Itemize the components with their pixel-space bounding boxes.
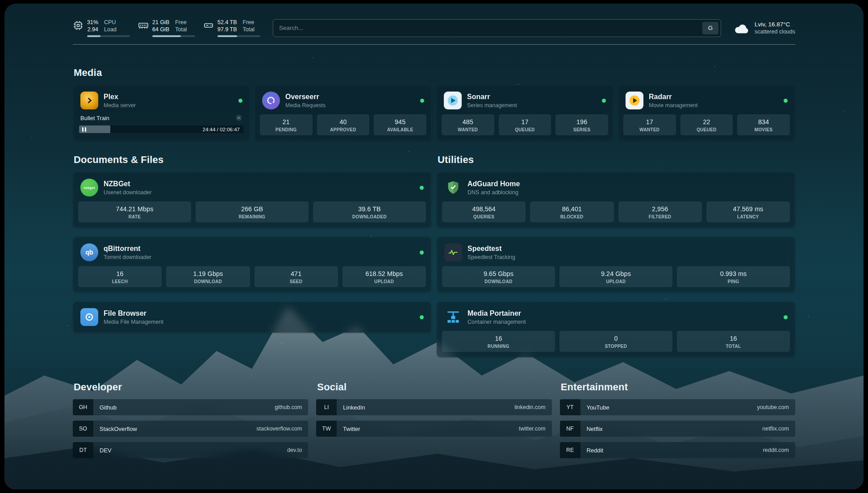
stat-wanted: 485 WANTED — [442, 114, 494, 135]
bookmark-twitter[interactable]: TW Twitter twitter.com — [316, 421, 551, 437]
settings-gear-icon[interactable] — [235, 114, 242, 121]
bookmark-icon: LI — [316, 399, 337, 415]
nzbget-icon: nzbget — [80, 179, 98, 196]
bookmark-netflix[interactable]: NF Netflix netflix.com — [560, 421, 795, 437]
adguard-icon — [444, 179, 462, 196]
filebrowser-card[interactable]: File Browser Media File Management — [73, 301, 431, 333]
search-input[interactable] — [273, 25, 702, 31]
status-dot — [602, 99, 606, 103]
service-subtitle: Series management — [467, 102, 517, 109]
bookmark-icon: YT — [560, 399, 580, 415]
status-dot — [420, 99, 424, 103]
status-dot — [238, 99, 242, 103]
status-dot — [784, 315, 788, 319]
service-name: Plex — [104, 92, 136, 101]
service-subtitle: Torrent downloader — [104, 254, 151, 261]
bookmark-github[interactable]: GH Github github.com — [73, 399, 308, 415]
playback-time: 24:44 / 02:06:47 — [203, 127, 244, 132]
stat-upload: 618.52 Mbps UPLOAD — [342, 266, 426, 287]
stat-queued: 22 QUEUED — [680, 114, 733, 135]
section-title-social: Social — [317, 381, 551, 393]
bookmark-icon: RE — [560, 442, 580, 458]
bookmark-dev[interactable]: DT DEV dev.to — [73, 442, 308, 458]
cpu-usage-bar — [87, 35, 130, 37]
service-subtitle: Movie management — [649, 102, 698, 109]
service-subtitle: Media Requests — [285, 102, 326, 109]
cpu-usage-value: 31% — [87, 19, 98, 26]
stat-downloaded: 39.6 TB DOWNLOADED — [313, 201, 426, 222]
service-name: AdGuard Home — [467, 180, 520, 188]
stat-upload: 9.24 Gbps UPLOAD — [559, 266, 672, 287]
stat-movies: 834 MOVIES — [737, 114, 790, 135]
section-title-utilities: Utilities — [438, 154, 795, 166]
adguard-card[interactable]: AdGuard Home DNS and adblocking 498,564 … — [437, 172, 795, 228]
dashboard-content: 31% 2.94 CPU Load — [73, 4, 795, 458]
section-documents: Documents & Files nzbget NZBGet Usenet d… — [73, 154, 431, 357]
pause-button[interactable] — [82, 127, 86, 132]
service-name: Radarr — [649, 92, 698, 101]
status-dot — [420, 251, 424, 255]
bookmark-reddit[interactable]: RE Reddit reddit.com — [560, 442, 795, 458]
stat-download: 1.19 Gbps DOWNLOAD — [166, 266, 250, 287]
sonarr-card[interactable]: Sonarr Series management 485 WANTED 17 Q… — [436, 85, 613, 141]
service-name: Speedtest — [467, 244, 515, 253]
search-bar: G — [273, 19, 721, 37]
bookmark-linkedin[interactable]: LI LinkedIn linkedin.com — [316, 399, 551, 415]
service-name: Overseerr — [285, 92, 326, 101]
service-name: NZBGet — [104, 180, 152, 188]
nzbget-card[interactable]: nzbget NZBGet Usenet downloader 744.21 M… — [73, 172, 431, 228]
speedtest-icon — [444, 243, 462, 261]
qbittorrent-icon: qb — [80, 243, 98, 261]
bookmark-youtube[interactable]: YT YouTube youtube.com — [560, 399, 795, 415]
cpu-load-value: 2.94 — [88, 26, 98, 33]
cpu-load-label: Load — [104, 26, 117, 33]
section-media: Media Plex Media server — [73, 67, 795, 141]
stat-queries: 498,564 QUERIES — [442, 201, 526, 222]
service-name: Media Portainer — [467, 309, 526, 318]
system-widgets: 31% 2.94 CPU Load — [73, 19, 260, 37]
disk-widget: 52.4 TB 97.9 TB Free Total — [203, 19, 260, 37]
section-developer: Developer GH Github github.com SO StackO… — [73, 381, 308, 458]
memory-usage-bar — [152, 35, 195, 37]
memory-free-value: 21 GiB — [152, 19, 169, 26]
service-name: qBittorrent — [104, 244, 151, 253]
portainer-card[interactable]: Media Portainer Container management 16 … — [437, 301, 795, 357]
service-subtitle: Container management — [467, 318, 526, 326]
header-divider — [73, 44, 795, 45]
status-dot — [784, 99, 788, 103]
overseerr-card[interactable]: Overseerr Media Requests 21 PENDING 40 A… — [255, 85, 432, 141]
radarr-card[interactable]: Radarr Movie management 17 WANTED 22 QUE… — [618, 85, 795, 141]
stat-blocked: 86,401 BLOCKED — [530, 201, 613, 222]
cpu-usage-label: CPU — [104, 19, 116, 26]
dashboard-window: 31% 2.94 CPU Load — [4, 4, 864, 489]
bookmark-stackoverflow[interactable]: SO StackOverflow stackoverflow.com — [73, 421, 308, 437]
stat-seed: 471 SEED — [255, 266, 338, 287]
snow-speckles — [4, 4, 5, 4]
plex-icon — [80, 92, 98, 109]
plex-card[interactable]: Plex Media server Bullet Train — [73, 85, 250, 141]
cpu-widget: 31% 2.94 CPU Load — [73, 19, 130, 37]
sonarr-icon — [444, 92, 462, 109]
qbittorrent-card[interactable]: qb qBittorrent Torrent downloader 16 — [73, 237, 431, 292]
memory-free-label: Free — [175, 19, 187, 26]
service-subtitle: Speedtest Tracking — [467, 254, 515, 261]
stat-ping: 0.993 ms PING — [677, 266, 790, 287]
search-provider-button[interactable]: G — [702, 22, 718, 34]
bookmark-icon: DT — [73, 442, 93, 458]
speedtest-card[interactable]: Speedtest Speedtest Tracking 9.65 Gbps D… — [437, 237, 795, 292]
stat-remaining: 266 GB REMAINING — [196, 201, 309, 222]
stat-stopped: 0 STOPPED — [559, 331, 672, 352]
status-dot — [420, 186, 424, 190]
stat-running: 16 RUNNING — [442, 331, 555, 352]
memory-widget: 21 GiB 64 GiB Free Total — [138, 19, 195, 37]
weather-widget: Lviv, 16.87°C scattered clouds — [734, 21, 795, 35]
stat-queued: 17 QUEUED — [499, 114, 551, 135]
service-name: File Browser — [104, 309, 163, 318]
stat-download: 9.65 Gbps DOWNLOAD — [442, 266, 555, 287]
stat-total: 16 TOTAL — [677, 331, 790, 352]
section-utilities: Utilities — [437, 154, 795, 357]
stat-available: 945 AVAILABLE — [374, 114, 426, 135]
service-subtitle: Media server — [104, 102, 136, 109]
cpu-icon — [73, 20, 83, 31]
topbar: 31% 2.94 CPU Load — [73, 19, 795, 37]
